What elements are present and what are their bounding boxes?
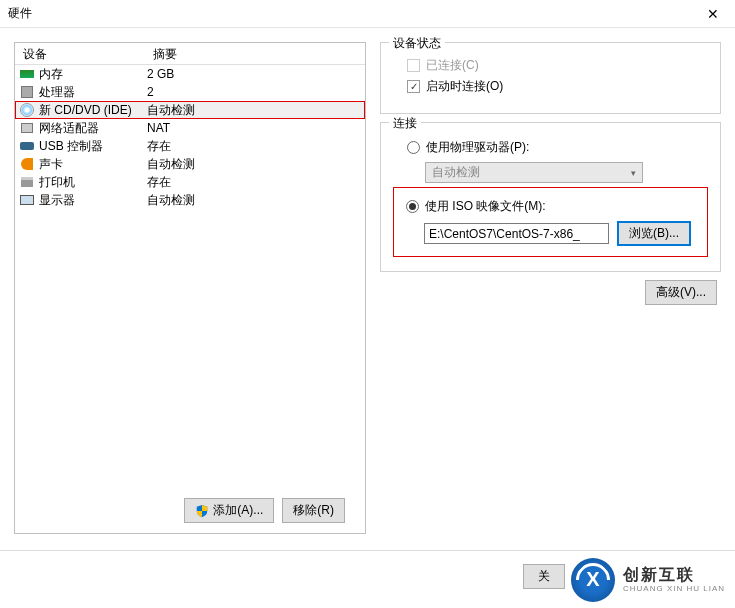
window-close-button[interactable]: ✕ [690, 0, 735, 27]
list-footer: 添加(A)... 移除(R) [15, 488, 365, 533]
logo-text: 创新互联 CHUANG XIN HU LIAN [623, 565, 725, 594]
list-item[interactable]: USB 控制器 存在 [15, 137, 365, 155]
iso-path-input[interactable] [424, 223, 609, 244]
device-summary: 自动检测 [147, 156, 195, 173]
list-item[interactable]: 新 CD/DVD (IDE) 自动检测 [15, 101, 365, 119]
cd-icon [19, 102, 35, 118]
radio-icon [407, 141, 420, 154]
list-item[interactable]: 声卡 自动检测 [15, 155, 365, 173]
device-name: 内存 [39, 66, 147, 83]
add-hardware-button[interactable]: 添加(A)... [184, 498, 274, 523]
device-summary: 自动检测 [147, 102, 195, 119]
sound-icon [19, 156, 35, 172]
use-physical-radio[interactable]: 使用物理驱动器(P): [407, 139, 708, 156]
shield-icon [195, 504, 209, 518]
connection-legend: 连接 [389, 115, 421, 132]
device-name: 新 CD/DVD (IDE) [39, 102, 147, 119]
list-item[interactable]: 打印机 存在 [15, 173, 365, 191]
device-summary: 存在 [147, 174, 171, 191]
remove-hardware-button[interactable]: 移除(R) [282, 498, 345, 523]
close-icon: ✕ [707, 7, 719, 21]
close-dialog-button[interactable]: 关 [523, 564, 565, 589]
status-legend: 设备状态 [389, 35, 445, 52]
brand-en: CHUANG XIN HU LIAN [623, 584, 725, 594]
radio-icon [406, 200, 419, 213]
device-summary: NAT [147, 121, 170, 135]
device-summary: 自动检测 [147, 192, 195, 209]
device-name: 打印机 [39, 174, 147, 191]
brand-logo: X 创新互联 CHUANG XIN HU LIAN [571, 558, 725, 602]
iso-highlight-box: 使用 ISO 映像文件(M): 浏览(B)... [393, 187, 708, 257]
settings-panel: 设备状态 已连接(C) ✓ 启动时连接(O) 连接 使用物理驱动器(P): 自动… [380, 42, 721, 534]
dropdown-value: 自动检测 [432, 164, 480, 181]
device-summary: 2 GB [147, 67, 174, 81]
device-summary: 存在 [147, 138, 171, 155]
display-icon [19, 192, 35, 208]
device-name: 声卡 [39, 156, 147, 173]
list-item[interactable]: 显示器 自动检测 [15, 191, 365, 209]
device-name: 网络适配器 [39, 120, 147, 137]
checkbox-icon: ✓ [407, 80, 420, 93]
advanced-row: 高级(V)... [380, 280, 721, 305]
use-iso-label: 使用 ISO 映像文件(M): [425, 198, 546, 215]
list-header: 设备 摘要 [15, 43, 365, 65]
use-physical-label: 使用物理驱动器(P): [426, 139, 529, 156]
printer-icon [19, 174, 35, 190]
window-title: 硬件 [8, 5, 32, 22]
connection-group: 连接 使用物理驱动器(P): 自动检测 ▾ 使用 ISO 映像文件(M): 浏览… [380, 122, 721, 272]
device-name: 处理器 [39, 84, 147, 101]
chevron-down-icon: ▾ [631, 168, 636, 178]
connected-label: 已连接(C) [426, 57, 479, 74]
bottom-bar: 关 X 创新互联 CHUANG XIN HU LIAN [0, 550, 735, 608]
hardware-list-panel: 设备 摘要 内存 2 GB 处理器 2 新 CD/DVD (IDE) 自动检测 … [14, 42, 366, 534]
connect-on-power-row[interactable]: ✓ 启动时连接(O) [407, 78, 708, 95]
advanced-button[interactable]: 高级(V)... [645, 280, 717, 305]
device-name: USB 控制器 [39, 138, 147, 155]
title-bar: 硬件 ✕ [0, 0, 735, 28]
connect-on-power-label: 启动时连接(O) [426, 78, 503, 95]
list-item[interactable]: 内存 2 GB [15, 65, 365, 83]
checkbox-icon [407, 59, 420, 72]
brand-cn: 创新互联 [623, 565, 725, 584]
logo-icon: X [571, 558, 615, 602]
physical-drive-dropdown: 自动检测 ▾ [425, 162, 643, 183]
add-label: 添加(A)... [213, 502, 263, 519]
device-summary: 2 [147, 85, 154, 99]
cpu-icon [19, 84, 35, 100]
usb-icon [19, 138, 35, 154]
header-device[interactable]: 设备 [15, 43, 145, 64]
list-item[interactable]: 网络适配器 NAT [15, 119, 365, 137]
content-area: 设备 摘要 内存 2 GB 处理器 2 新 CD/DVD (IDE) 自动检测 … [0, 28, 735, 548]
network-icon [19, 120, 35, 136]
memory-icon [19, 66, 35, 82]
iso-input-row: 浏览(B)... [424, 221, 699, 246]
remove-label: 移除(R) [293, 502, 334, 519]
header-summary[interactable]: 摘要 [145, 43, 365, 64]
browse-button[interactable]: 浏览(B)... [617, 221, 691, 246]
connected-checkbox-row: 已连接(C) [407, 57, 708, 74]
use-iso-radio[interactable]: 使用 ISO 映像文件(M): [406, 198, 699, 215]
device-status-group: 设备状态 已连接(C) ✓ 启动时连接(O) [380, 42, 721, 114]
list-item[interactable]: 处理器 2 [15, 83, 365, 101]
device-name: 显示器 [39, 192, 147, 209]
